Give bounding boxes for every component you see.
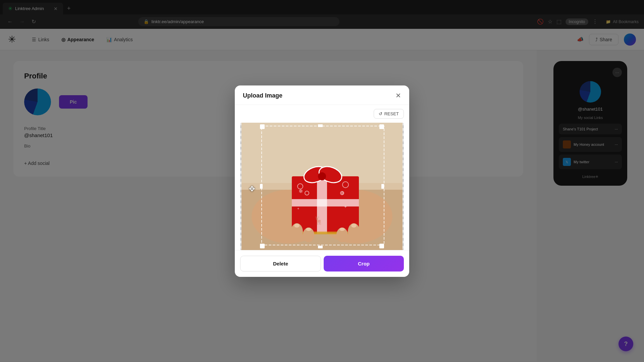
svg-point-26 [306, 228, 311, 231]
svg-point-28 [351, 224, 357, 228]
svg-rect-35 [318, 246, 323, 248]
svg-point-25 [294, 224, 300, 228]
reset-icon: ↺ [379, 111, 382, 116]
reset-button[interactable]: ↺ RESET [374, 109, 404, 119]
crop-image: ❄ ❄ ✦ ✦ 🦌 [240, 123, 404, 250]
modal-header: Upload Image ✕ [235, 85, 409, 105]
svg-rect-32 [260, 244, 265, 248]
modal-overlay[interactable]: Upload Image ✕ ↺ RESET [0, 0, 644, 362]
svg-rect-33 [379, 244, 384, 248]
svg-text:❄: ❄ [299, 188, 303, 194]
image-crop-area[interactable]: ❄ ❄ ✦ ✦ 🦌 [240, 123, 404, 250]
svg-text:✥: ✥ [249, 185, 255, 193]
svg-point-10 [318, 172, 326, 180]
svg-rect-34 [318, 124, 323, 127]
svg-rect-30 [260, 124, 265, 129]
upload-image-modal: Upload Image ✕ ↺ RESET [235, 85, 409, 277]
svg-rect-31 [379, 124, 384, 129]
reset-row: ↺ RESET [235, 105, 409, 123]
svg-point-27 [339, 228, 345, 231]
svg-text:❄: ❄ [340, 190, 344, 196]
modal-close-button[interactable]: ✕ [395, 92, 401, 99]
modal-footer: Delete Crop [235, 250, 409, 277]
modal-body: ↺ RESET [235, 105, 409, 250]
svg-text:✦: ✦ [297, 207, 300, 210]
modal-title: Upload Image [243, 92, 282, 99]
svg-rect-36 [260, 184, 263, 189]
svg-rect-37 [381, 184, 384, 189]
reset-label: RESET [384, 111, 399, 116]
svg-text:🦌: 🦌 [314, 216, 324, 225]
svg-text:✦: ✦ [344, 204, 347, 209]
delete-button[interactable]: Delete [240, 256, 321, 272]
crop-button[interactable]: Crop [324, 256, 404, 272]
